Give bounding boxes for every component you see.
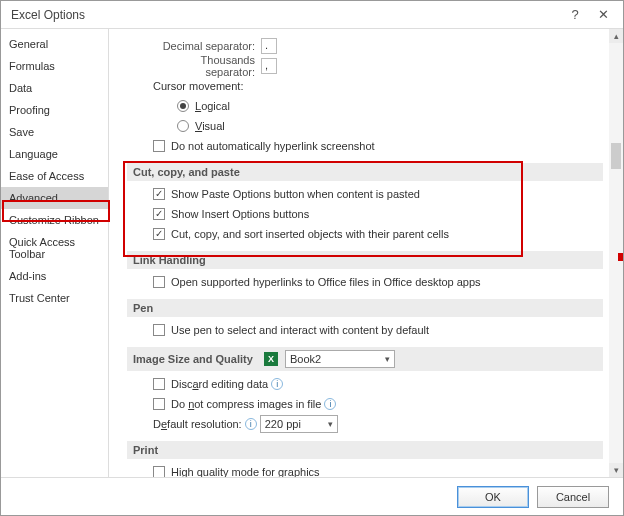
sidebar-item-customize-ribbon[interactable]: Customize Ribbon	[1, 209, 108, 231]
info-icon[interactable]: i	[245, 418, 257, 430]
sidebar-item-quick-access-toolbar[interactable]: Quick Access Toolbar	[1, 231, 108, 265]
sidebar-item-language[interactable]: Language	[1, 143, 108, 165]
titlebar: Excel Options ? ✕	[1, 1, 623, 29]
thousands-separator-row: Thousands separator: ,	[153, 57, 603, 75]
no-hyperlink-label: Do not automatically hyperlink screensho…	[171, 140, 375, 152]
sidebar-item-save[interactable]: Save	[1, 121, 108, 143]
decimal-separator-input[interactable]: .	[261, 38, 277, 54]
info-icon[interactable]: i	[271, 378, 283, 390]
no-compress-row[interactable]: Do not compress images in file i	[153, 395, 603, 413]
workbook-dropdown[interactable]: Book2▾	[285, 350, 395, 368]
content-pane-wrap: Decimal separator: . Thousands separator…	[109, 29, 623, 477]
sidebar-item-ease-of-access[interactable]: Ease of Access	[1, 165, 108, 187]
checkbox-no-compress[interactable]	[153, 398, 165, 410]
scroll-down-arrow[interactable]: ▾	[609, 463, 623, 477]
decimal-separator-row: Decimal separator: .	[153, 37, 603, 55]
main-area: General Formulas Data Proofing Save Lang…	[1, 29, 623, 477]
sidebar-item-data[interactable]: Data	[1, 77, 108, 99]
ccp-paste-options-row[interactable]: Show Paste Options button when content i…	[153, 185, 603, 203]
checkbox-open-hyperlinks[interactable]	[153, 276, 165, 288]
sidebar-item-general[interactable]: General	[1, 33, 108, 55]
chevron-down-icon: ▾	[377, 354, 390, 364]
pen-opt-label: Use pen to select and interact with cont…	[171, 324, 429, 336]
sidebar-item-proofing[interactable]: Proofing	[1, 99, 108, 121]
no-hyperlink-row[interactable]: Do not automatically hyperlink screensho…	[153, 137, 603, 155]
decimal-separator-label: Decimal separator:	[153, 40, 261, 52]
discard-label: Discard editing data	[171, 378, 268, 390]
scrollbar-marker	[618, 253, 623, 261]
help-button[interactable]: ?	[561, 7, 589, 22]
sidebar-item-trust-center[interactable]: Trust Center	[1, 287, 108, 309]
checkbox-no-hyperlink[interactable]	[153, 140, 165, 152]
section-link-handling: Link Handling	[127, 251, 603, 269]
sidebar-item-add-ins[interactable]: Add-ins	[1, 265, 108, 287]
ok-button[interactable]: OK	[457, 486, 529, 508]
radio-visual[interactable]	[177, 120, 189, 132]
cursor-visual-row[interactable]: Visual	[177, 117, 603, 135]
cursor-movement-label: Cursor movement:	[153, 77, 603, 95]
ccp-sort-objects-row[interactable]: Cut, copy, and sort inserted objects wit…	[153, 225, 603, 243]
checkbox-sort-objects[interactable]	[153, 228, 165, 240]
link-opt-label: Open supported hyperlinks to Office file…	[171, 276, 481, 288]
discard-editing-row[interactable]: Discard editing data i	[153, 375, 603, 393]
checkbox-show-paste-options[interactable]	[153, 188, 165, 200]
chevron-down-icon: ▾	[320, 419, 333, 429]
section-cut-copy-paste: Cut, copy, and paste	[127, 163, 603, 181]
cursor-logical-row[interactable]: Logical	[177, 97, 603, 115]
checkbox-discard-editing[interactable]	[153, 378, 165, 390]
default-resolution-row: Default resolution: i 220 ppi▾	[153, 415, 603, 433]
section-print: Print	[127, 441, 603, 459]
pen-row[interactable]: Use pen to select and interact with cont…	[153, 321, 603, 339]
footer: OK Cancel	[1, 477, 623, 516]
sidebar-item-advanced[interactable]: Advanced	[1, 187, 108, 209]
default-resolution-label: Default resolution:	[153, 418, 242, 430]
thousands-separator-label: Thousands separator:	[153, 54, 261, 78]
window-title: Excel Options	[11, 8, 561, 22]
radio-logical[interactable]	[177, 100, 189, 112]
checkbox-pen-select[interactable]	[153, 324, 165, 336]
ccp-opt3-label: Cut, copy, and sort inserted objects wit…	[171, 228, 449, 240]
radio-logical-label: Logical	[195, 100, 230, 112]
link-open-row[interactable]: Open supported hyperlinks to Office file…	[153, 273, 603, 291]
default-resolution-dropdown[interactable]: 220 ppi▾	[260, 415, 338, 433]
ccp-opt1-label: Show Paste Options button when content i…	[171, 188, 420, 200]
sidebar-item-formulas[interactable]: Formulas	[1, 55, 108, 77]
content-pane: Decimal separator: . Thousands separator…	[109, 29, 609, 477]
checkbox-show-insert-options[interactable]	[153, 208, 165, 220]
ccp-opt2-label: Show Insert Options buttons	[171, 208, 309, 220]
checkbox-high-quality[interactable]	[153, 466, 165, 477]
section-pen: Pen	[127, 299, 603, 317]
print-opt-label: High quality mode for graphics	[171, 466, 320, 477]
scroll-thumb[interactable]	[611, 143, 621, 169]
no-compress-label: Do not compress images in file	[171, 398, 321, 410]
section-image-size-quality: Image Size and Quality X Book2▾	[127, 347, 603, 371]
print-hq-row[interactable]: High quality mode for graphics	[153, 463, 603, 477]
thousands-separator-input[interactable]: ,	[261, 58, 277, 74]
info-icon[interactable]: i	[324, 398, 336, 410]
scroll-up-arrow[interactable]: ▴	[609, 29, 623, 43]
category-sidebar: General Formulas Data Proofing Save Lang…	[1, 29, 109, 477]
ccp-insert-options-row[interactable]: Show Insert Options buttons	[153, 205, 603, 223]
radio-visual-label: Visual	[195, 120, 225, 132]
excel-icon: X	[264, 352, 278, 366]
cancel-button[interactable]: Cancel	[537, 486, 609, 508]
close-button[interactable]: ✕	[589, 7, 617, 22]
